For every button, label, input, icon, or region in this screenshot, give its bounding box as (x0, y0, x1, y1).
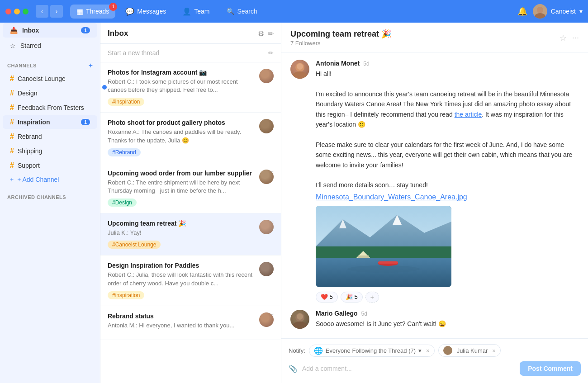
channel-support[interactable]: # Support (3, 159, 97, 172)
notify-label: Notify: (289, 347, 305, 354)
message-avatar (290, 60, 309, 79)
back-button[interactable]: ‹ (36, 5, 48, 18)
tab-team[interactable]: 👤 Team (176, 5, 216, 19)
remove-julia-button[interactable]: × (492, 347, 496, 354)
thread-item-header: Upcoming wood order from our lumber supp… (108, 170, 274, 177)
svg-point-18 (297, 313, 303, 320)
new-thread-placeholder: Start a new thread (108, 49, 159, 57)
thread-item-header: Upcoming team retreat 🎉 5d (108, 220, 274, 227)
thread-detail-title: Upcoming team retreat 🎉 (290, 29, 391, 39)
thread-item[interactable]: Photo shoot for product gallery photos 4… (100, 113, 281, 163)
avatar (533, 4, 547, 19)
forward-button[interactable]: › (50, 5, 63, 18)
tab-threads[interactable]: ▦ Threads 1 (70, 5, 115, 19)
thread-list-actions: ⚙ ✏ (258, 29, 274, 38)
thread-item[interactable]: Upcoming team retreat 🎉 5d Julia K.: Yay… (100, 213, 281, 255)
thread-detail: Upcoming team retreat 🎉 7 Followers ☆ ··… (281, 23, 588, 383)
star-icon: ☆ (10, 42, 16, 49)
user-menu[interactable]: Canoeist ▾ (533, 4, 583, 19)
compose-icon[interactable]: ✏ (268, 29, 274, 38)
channel-name: Rebrand (18, 133, 90, 140)
reaction-party[interactable]: 🎉 5 (341, 292, 363, 303)
user-name: Canoeist (551, 8, 576, 15)
comment-input[interactable] (302, 365, 515, 372)
reaction-heart[interactable]: ❤️ 5 (316, 292, 338, 303)
svg-point-3 (293, 71, 307, 79)
message-content: Mario Gallego 5d Soooo awesome! Is it Ju… (316, 310, 579, 329)
sidebar-item-starred-label: Starred (20, 42, 90, 49)
sidebar-item-inbox-label: Inbox (22, 27, 76, 34)
thread-item[interactable]: Design Inspiration for Paddles 5d Robert… (100, 255, 281, 306)
channel-inspiration[interactable]: # Inspiration 1 (3, 115, 97, 129)
thread-title: Photo shoot for product gallery photos (108, 119, 268, 126)
remove-everyone-button[interactable]: × (426, 347, 430, 354)
filter-icon[interactable]: ⚙ (258, 29, 264, 38)
tab-messages[interactable]: 💬 Messages (119, 5, 172, 19)
julia-avatar (443, 346, 452, 355)
sidebar-item-starred[interactable]: ☆ Starred (3, 38, 97, 53)
add-reaction-button[interactable]: + (365, 292, 379, 303)
hash-icon: # (10, 161, 14, 170)
thread-detail-header: Upcoming team retreat 🎉 7 Followers ☆ ··… (281, 23, 588, 52)
search-label: Search (237, 8, 257, 15)
notification-bell-icon[interactable]: 🔔 (517, 6, 527, 16)
channel-badge: 1 (81, 119, 90, 125)
channel-feedback-from-testers[interactable]: # Feedback From Testers (3, 101, 97, 114)
sidebar-item-inbox[interactable]: 📥 Inbox 1 (3, 23, 97, 38)
thread-tag: #inspiration (108, 98, 144, 106)
channel-shipping[interactable]: # Shipping (3, 144, 97, 158)
message-author: Antonia Monet (316, 60, 360, 67)
channel-rebrand[interactable]: # Rebrand (3, 130, 97, 143)
add-channel-button[interactable]: + + Add Channel (3, 173, 97, 186)
add-channel-header-button[interactable]: + (89, 61, 93, 70)
thread-avatar (259, 262, 274, 276)
thread-detail-body: Antonia Monet 5d Hi all! I'm excited to … (281, 52, 588, 338)
notify-julia-pill[interactable]: Julia Kumar × (438, 344, 501, 357)
tab-team-label: Team (194, 8, 209, 15)
avatar (259, 262, 274, 276)
threads-badge: 1 (109, 3, 117, 11)
message-time: 5d (361, 311, 367, 317)
image-link[interactable]: Minnesota_Boundary_Waters_Canoe_Area.jpg (316, 193, 467, 201)
notify-everyone-label: Everyone Following the Thread (7) (326, 347, 416, 354)
more-options-icon[interactable]: ··· (572, 33, 579, 43)
titlebar: ‹ › ▦ Threads 1 💬 Messages 👤 Team 🔍 Sear… (0, 0, 588, 23)
svg-rect-9 (316, 246, 451, 258)
channel-design[interactable]: # Design (3, 86, 97, 100)
message-content: Antonia Monet 5d Hi all! I'm excited to … (316, 60, 579, 303)
channel-canoeist-lounge[interactable]: # Canoeist Lounge (3, 72, 97, 85)
thread-item-header: Photos for Instagram account 📷 5d (108, 69, 274, 76)
channels-section-header: Channels + (0, 57, 100, 71)
message-text: Hi all! I'm excited to announce this yea… (316, 69, 579, 190)
main-layout: 📥 Inbox 1 ☆ Starred Channels + # Canoeis… (0, 23, 588, 383)
notify-everyone-pill[interactable]: 🌐 Everyone Following the Thread (7) ▾ × (309, 345, 435, 357)
new-thread-area[interactable]: Start a new thread ✏ (100, 44, 281, 62)
thread-title: Photos for Instagram account 📷 (108, 69, 268, 76)
thread-avatar (259, 312, 274, 327)
user-chevron-icon: ▾ (579, 8, 583, 15)
thread-preview: Julia K.: Yay! (108, 229, 274, 237)
close-button[interactable] (5, 9, 11, 14)
message-time: 5d (363, 61, 369, 67)
star-icon[interactable]: ☆ (560, 33, 567, 43)
hash-icon: # (10, 132, 14, 141)
attachment-icon[interactable]: 📎 (289, 364, 298, 373)
thread-title: Upcoming team retreat 🎉 (108, 220, 268, 227)
team-icon: 👤 (182, 7, 191, 16)
thread-preview: Antonia M.: Hi everyone, I wanted to tha… (108, 322, 274, 330)
thread-item[interactable]: Upcoming wood order from our lumber supp… (100, 163, 281, 213)
maximize-button[interactable] (23, 9, 28, 14)
article-link[interactable]: the article (455, 111, 482, 118)
thread-detail-actions: ☆ ··· (560, 33, 579, 43)
thread-item[interactable]: Photos for Instagram account 📷 5d Robert… (100, 62, 281, 113)
message-author: Mario Gallego (316, 310, 358, 317)
post-comment-button[interactable]: Post Comment (520, 361, 581, 376)
svg-rect-13 (378, 261, 398, 264)
thread-tag: #Rebrand (108, 148, 141, 156)
thread-item[interactable]: Rebrand status 5d Antonia M.: Hi everyon… (100, 306, 281, 340)
message-image (316, 206, 451, 287)
channel-name: Inspiration (18, 118, 77, 126)
hash-icon: # (10, 104, 14, 112)
minimize-button[interactable] (14, 9, 20, 14)
search-bar[interactable]: 🔍 Search (227, 8, 257, 15)
